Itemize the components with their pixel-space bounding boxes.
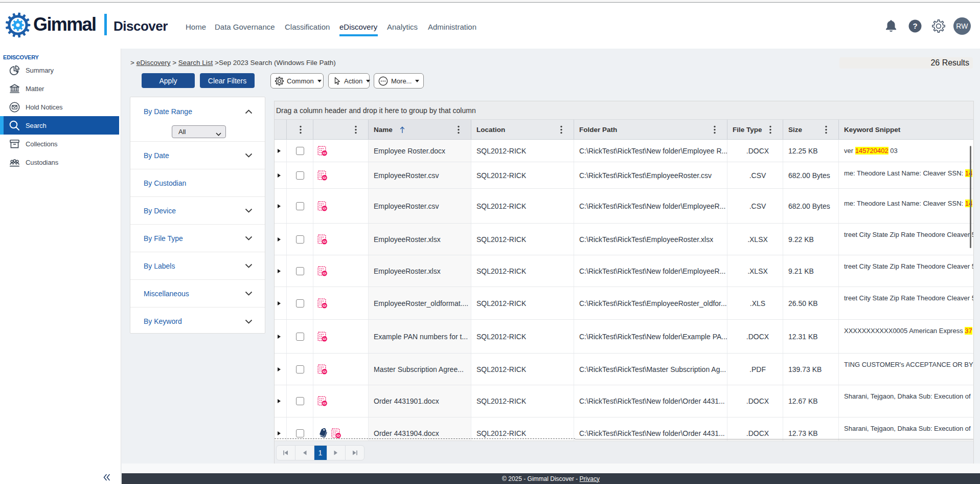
- svg-text:?: ?: [913, 21, 917, 30]
